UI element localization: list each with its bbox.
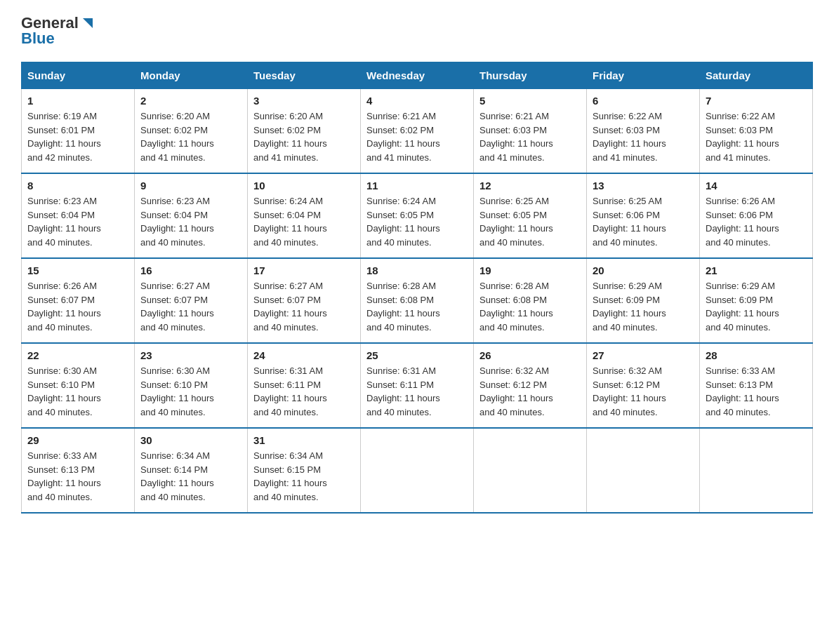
calendar-cell [700, 428, 813, 513]
day-info: Sunrise: 6:22 AM Sunset: 6:03 PM Dayligh… [593, 109, 694, 164]
day-of-week-header: Thursday [474, 62, 587, 89]
logo: General Blue [21, 14, 95, 48]
calendar-cell: 17 Sunrise: 6:27 AM Sunset: 6:07 PM Dayl… [248, 258, 361, 343]
day-info: Sunrise: 6:30 AM Sunset: 6:10 PM Dayligh… [27, 364, 128, 419]
calendar-cell: 2 Sunrise: 6:20 AM Sunset: 6:02 PM Dayli… [135, 89, 248, 174]
day-number: 2 [140, 95, 241, 107]
day-info: Sunrise: 6:28 AM Sunset: 6:08 PM Dayligh… [479, 279, 581, 334]
day-number: 8 [27, 180, 128, 192]
calendar-cell: 9 Sunrise: 6:23 AM Sunset: 6:04 PM Dayli… [135, 173, 248, 258]
day-of-week-header: Saturday [700, 62, 813, 89]
calendar-cell: 5 Sunrise: 6:21 AM Sunset: 6:03 PM Dayli… [474, 89, 587, 174]
calendar-cell: 10 Sunrise: 6:24 AM Sunset: 6:04 PM Dayl… [248, 173, 361, 258]
day-number: 28 [706, 349, 807, 361]
day-number: 25 [366, 349, 468, 361]
day-info: Sunrise: 6:29 AM Sunset: 6:09 PM Dayligh… [706, 279, 807, 334]
day-number: 10 [253, 180, 355, 192]
page-header: General Blue [21, 14, 813, 48]
calendar-week-row: 29 Sunrise: 6:33 AM Sunset: 6:13 PM Dayl… [22, 428, 813, 513]
day-of-week-header: Monday [135, 62, 248, 89]
day-number: 27 [593, 349, 694, 361]
calendar-cell: 29 Sunrise: 6:33 AM Sunset: 6:13 PM Dayl… [22, 428, 135, 513]
day-info: Sunrise: 6:25 AM Sunset: 6:06 PM Dayligh… [593, 194, 694, 249]
calendar-week-row: 22 Sunrise: 6:30 AM Sunset: 6:10 PM Dayl… [22, 343, 813, 428]
day-number: 11 [366, 180, 468, 192]
day-number: 1 [27, 95, 128, 107]
day-info: Sunrise: 6:34 AM Sunset: 6:15 PM Dayligh… [253, 449, 355, 504]
day-info: Sunrise: 6:31 AM Sunset: 6:11 PM Dayligh… [366, 364, 468, 419]
day-info: Sunrise: 6:33 AM Sunset: 6:13 PM Dayligh… [706, 364, 807, 419]
day-number: 23 [140, 349, 241, 361]
calendar-table: SundayMondayTuesdayWednesdayThursdayFrid… [21, 62, 813, 514]
logo-triangle-icon [80, 15, 95, 31]
day-info: Sunrise: 6:32 AM Sunset: 6:12 PM Dayligh… [479, 364, 581, 419]
day-info: Sunrise: 6:22 AM Sunset: 6:03 PM Dayligh… [706, 109, 807, 164]
day-of-week-header: Wednesday [361, 62, 474, 89]
calendar-cell: 19 Sunrise: 6:28 AM Sunset: 6:08 PM Dayl… [474, 258, 587, 343]
day-info: Sunrise: 6:24 AM Sunset: 6:04 PM Dayligh… [253, 194, 355, 249]
calendar-week-row: 15 Sunrise: 6:26 AM Sunset: 6:07 PM Dayl… [22, 258, 813, 343]
day-number: 24 [253, 349, 355, 361]
calendar-cell: 7 Sunrise: 6:22 AM Sunset: 6:03 PM Dayli… [700, 89, 813, 174]
day-number: 30 [140, 434, 241, 446]
day-info: Sunrise: 6:33 AM Sunset: 6:13 PM Dayligh… [27, 449, 128, 504]
day-info: Sunrise: 6:31 AM Sunset: 6:11 PM Dayligh… [253, 364, 355, 419]
day-number: 26 [479, 349, 581, 361]
day-number: 15 [27, 264, 128, 276]
calendar-cell: 18 Sunrise: 6:28 AM Sunset: 6:08 PM Dayl… [361, 258, 474, 343]
day-of-week-header: Sunday [22, 62, 135, 89]
calendar-cell: 20 Sunrise: 6:29 AM Sunset: 6:09 PM Dayl… [587, 258, 700, 343]
day-number: 12 [479, 180, 581, 192]
day-number: 6 [593, 95, 694, 107]
day-info: Sunrise: 6:27 AM Sunset: 6:07 PM Dayligh… [253, 279, 355, 334]
calendar-cell [361, 428, 474, 513]
calendar-week-row: 1 Sunrise: 6:19 AM Sunset: 6:01 PM Dayli… [22, 89, 813, 174]
logo-blue-text: Blue [21, 29, 55, 48]
day-number: 4 [366, 95, 468, 107]
calendar-cell: 15 Sunrise: 6:26 AM Sunset: 6:07 PM Dayl… [22, 258, 135, 343]
calendar-cell: 27 Sunrise: 6:32 AM Sunset: 6:12 PM Dayl… [587, 343, 700, 428]
calendar-cell: 26 Sunrise: 6:32 AM Sunset: 6:12 PM Dayl… [474, 343, 587, 428]
day-info: Sunrise: 6:23 AM Sunset: 6:04 PM Dayligh… [27, 194, 128, 249]
day-number: 31 [253, 434, 355, 446]
day-info: Sunrise: 6:34 AM Sunset: 6:14 PM Dayligh… [140, 449, 241, 504]
day-number: 9 [140, 180, 241, 192]
svg-marker-0 [83, 18, 93, 28]
calendar-cell: 13 Sunrise: 6:25 AM Sunset: 6:06 PM Dayl… [587, 173, 700, 258]
day-info: Sunrise: 6:25 AM Sunset: 6:05 PM Dayligh… [479, 194, 581, 249]
day-number: 22 [27, 349, 128, 361]
day-of-week-header: Friday [587, 62, 700, 89]
calendar-cell: 28 Sunrise: 6:33 AM Sunset: 6:13 PM Dayl… [700, 343, 813, 428]
day-info: Sunrise: 6:30 AM Sunset: 6:10 PM Dayligh… [140, 364, 241, 419]
day-number: 17 [253, 264, 355, 276]
calendar-cell: 23 Sunrise: 6:30 AM Sunset: 6:10 PM Dayl… [135, 343, 248, 428]
calendar-header-row: SundayMondayTuesdayWednesdayThursdayFrid… [22, 62, 813, 89]
calendar-cell: 8 Sunrise: 6:23 AM Sunset: 6:04 PM Dayli… [22, 173, 135, 258]
day-number: 21 [706, 264, 807, 276]
calendar-cell: 3 Sunrise: 6:20 AM Sunset: 6:02 PM Dayli… [248, 89, 361, 174]
day-info: Sunrise: 6:21 AM Sunset: 6:02 PM Dayligh… [366, 109, 468, 164]
calendar-cell: 12 Sunrise: 6:25 AM Sunset: 6:05 PM Dayl… [474, 173, 587, 258]
calendar-cell: 24 Sunrise: 6:31 AM Sunset: 6:11 PM Dayl… [248, 343, 361, 428]
day-of-week-header: Tuesday [248, 62, 361, 89]
calendar-cell: 30 Sunrise: 6:34 AM Sunset: 6:14 PM Dayl… [135, 428, 248, 513]
calendar-cell: 31 Sunrise: 6:34 AM Sunset: 6:15 PM Dayl… [248, 428, 361, 513]
day-number: 18 [366, 264, 468, 276]
day-info: Sunrise: 6:28 AM Sunset: 6:08 PM Dayligh… [366, 279, 468, 334]
calendar-cell [474, 428, 587, 513]
calendar-cell: 14 Sunrise: 6:26 AM Sunset: 6:06 PM Dayl… [700, 173, 813, 258]
day-number: 3 [253, 95, 355, 107]
calendar-cell: 22 Sunrise: 6:30 AM Sunset: 6:10 PM Dayl… [22, 343, 135, 428]
calendar-cell [587, 428, 700, 513]
calendar-cell: 6 Sunrise: 6:22 AM Sunset: 6:03 PM Dayli… [587, 89, 700, 174]
day-info: Sunrise: 6:27 AM Sunset: 6:07 PM Dayligh… [140, 279, 241, 334]
calendar-cell: 4 Sunrise: 6:21 AM Sunset: 6:02 PM Dayli… [361, 89, 474, 174]
calendar-week-row: 8 Sunrise: 6:23 AM Sunset: 6:04 PM Dayli… [22, 173, 813, 258]
day-number: 20 [593, 264, 694, 276]
day-info: Sunrise: 6:19 AM Sunset: 6:01 PM Dayligh… [27, 109, 128, 164]
calendar-cell: 11 Sunrise: 6:24 AM Sunset: 6:05 PM Dayl… [361, 173, 474, 258]
day-number: 16 [140, 264, 241, 276]
day-info: Sunrise: 6:26 AM Sunset: 6:06 PM Dayligh… [706, 194, 807, 249]
day-info: Sunrise: 6:32 AM Sunset: 6:12 PM Dayligh… [593, 364, 694, 419]
day-number: 19 [479, 264, 581, 276]
